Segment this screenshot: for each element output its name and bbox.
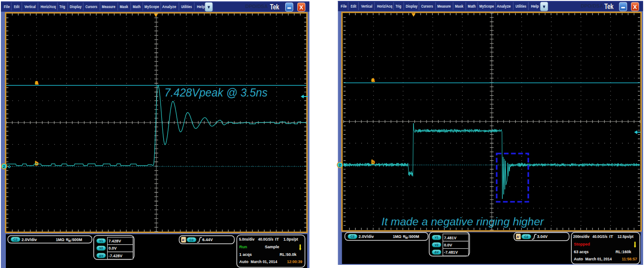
svg-text:March 01, 2014: March 01, 2014 (251, 259, 277, 264)
svg-text:a: a (35, 79, 39, 86)
svg-text:5.0ns/div: 5.0ns/div (239, 237, 255, 242)
svg-text:2: 2 (339, 163, 341, 167)
svg-text:V2: V2 (435, 243, 439, 246)
svg-text:C2: C2 (189, 238, 193, 242)
svg-text::500M: :500M (71, 237, 82, 242)
svg-text:7.428Vpeak @ 3.5ns: 7.428Vpeak @ 3.5ns (165, 86, 268, 99)
svg-text:Math: Math (468, 4, 476, 9)
svg-text:0.0V: 0.0V (109, 246, 117, 250)
svg-text:ΔV: ΔV (99, 254, 104, 257)
svg-text:V2: V2 (99, 246, 103, 250)
svg-text:Trig: Trig (60, 4, 65, 9)
svg-text:Measure: Measure (102, 4, 115, 9)
svg-text:Utilities: Utilities (516, 4, 527, 9)
svg-text:March 01, 2014: March 01, 2014 (585, 257, 612, 261)
svg-text:RL:160k: RL:160k (615, 250, 631, 254)
svg-text:40.0GS/s: 40.0GS/s (258, 237, 274, 242)
svg-text:Auto: Auto (239, 259, 249, 264)
svg-text:200ns/div: 200ns/div (573, 234, 590, 239)
svg-text:0.0V: 0.0V (444, 243, 452, 247)
svg-text:b: b (35, 160, 39, 167)
svg-text:Math: Math (133, 4, 141, 9)
svg-text:File: File (341, 4, 347, 9)
svg-text:63 acqs: 63 acqs (574, 250, 589, 254)
svg-text:3.04V: 3.04V (537, 234, 548, 239)
svg-text:V1: V1 (435, 236, 439, 239)
svg-text:Display: Display (70, 4, 82, 9)
svg-text:a: a (371, 77, 375, 83)
svg-text:-7.428V: -7.428V (109, 254, 122, 258)
svg-text:C2: C2 (350, 234, 354, 238)
svg-text:Measure: Measure (437, 4, 451, 9)
svg-text:Vertical: Vertical (361, 4, 372, 9)
svg-text:C2: C2 (13, 237, 17, 242)
svg-text:1MΩ: 1MΩ (393, 234, 401, 239)
svg-text:MyScope: MyScope (479, 4, 494, 9)
svg-text:DPO/DSA: DPO/DSA (581, 3, 603, 9)
svg-text:Sample: Sample (265, 245, 279, 249)
svg-text:Help: Help (531, 4, 539, 9)
svg-text:Run: Run (239, 245, 248, 249)
svg-text:Horiz/Acq: Horiz/Acq (377, 4, 392, 9)
svg-text:X: X (633, 4, 637, 10)
svg-text:Mask: Mask (455, 4, 464, 9)
svg-text:Vertical: Vertical (25, 4, 36, 9)
svg-text:2.0V/div: 2.0V/div (22, 237, 37, 242)
svg-text:11:56:57: 11:56:57 (622, 257, 637, 261)
svg-text:Analyze: Analyze (162, 4, 176, 9)
svg-text:40.0GS/s: 40.0GS/s (592, 234, 608, 239)
svg-text:Horiz/Acq: Horiz/Acq (41, 4, 56, 9)
svg-text:2: 2 (3, 164, 5, 169)
svg-text:-7.481V: -7.481V (444, 250, 458, 255)
svg-text:File: File (4, 4, 9, 9)
svg-text:Trig: Trig (396, 4, 401, 9)
svg-text:Cursors: Cursors (86, 4, 97, 9)
svg-text:IT: IT (275, 237, 279, 242)
svg-text:Mask: Mask (120, 4, 128, 9)
svg-text:ΔV: ΔV (435, 250, 439, 254)
svg-text:Edit: Edit (351, 4, 356, 9)
svg-text:Utilities: Utilities (181, 4, 192, 9)
svg-text:Auto: Auto (574, 257, 583, 261)
svg-text:Help: Help (197, 4, 205, 9)
svg-text:It made a negative ringing hig: It made a negative ringing higher (382, 216, 544, 228)
svg-text:MyScope: MyScope (144, 4, 159, 9)
svg-text:Display: Display (406, 4, 418, 9)
svg-text:Cursors: Cursors (421, 4, 433, 9)
svg-text:7.481V: 7.481V (444, 236, 457, 240)
svg-text:X: X (300, 4, 304, 11)
svg-text:12.5ps/pt: 12.5ps/pt (618, 234, 634, 239)
svg-text:7.428V: 7.428V (109, 239, 121, 243)
svg-text:V1: V1 (99, 239, 103, 242)
svg-text:A': A' (517, 235, 520, 239)
svg-text::500M: :500M (408, 234, 419, 239)
svg-text:C2: C2 (524, 235, 528, 239)
svg-text:12:00:39: 12:00:39 (287, 259, 302, 264)
svg-text:1MΩ: 1MΩ (56, 237, 65, 242)
svg-text:6.44V: 6.44V (202, 237, 213, 242)
svg-text:RL:50.0k: RL:50.0k (279, 252, 297, 257)
svg-text:1.0ps/pt: 1.0ps/pt (283, 237, 298, 242)
svg-text:Analyze: Analyze (497, 4, 511, 9)
svg-text:2.0V/div: 2.0V/div (359, 234, 374, 239)
svg-text:A': A' (182, 238, 185, 242)
svg-text:Stopped: Stopped (574, 242, 590, 246)
svg-text:IT: IT (609, 234, 614, 239)
svg-text:Tek: Tek (270, 3, 279, 11)
svg-text:Edit: Edit (14, 4, 19, 9)
svg-text:DPO/DSA: DPO/DSA (245, 4, 268, 9)
svg-text:1 acqs: 1 acqs (239, 252, 252, 257)
svg-text:Tek: Tek (605, 2, 614, 10)
